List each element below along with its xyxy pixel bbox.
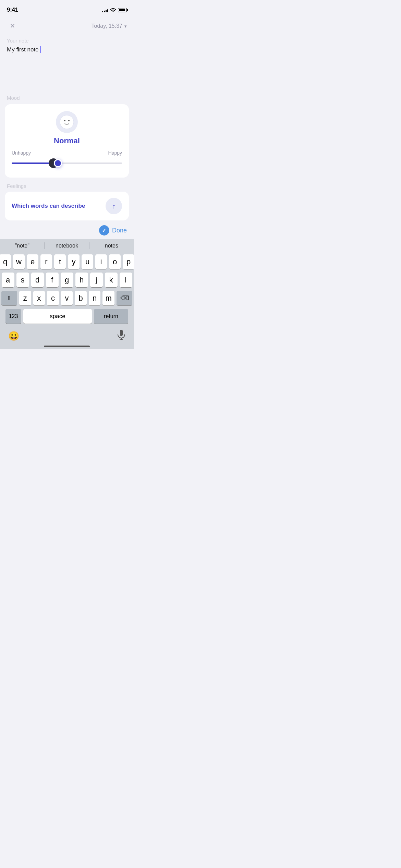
key-row-3: ⇧ z x c v b n m ⌫ bbox=[1, 291, 132, 305]
key-g[interactable]: g bbox=[61, 273, 73, 287]
home-indicator bbox=[0, 343, 134, 349]
keyboard-bottom-bar: 😀 bbox=[0, 327, 134, 343]
mood-slider[interactable] bbox=[12, 157, 122, 169]
key-l[interactable]: l bbox=[120, 273, 132, 287]
emoji-button[interactable]: 😀 bbox=[8, 331, 19, 341]
status-time: 9:41 bbox=[7, 7, 18, 13]
slider-track bbox=[12, 162, 122, 164]
key-j[interactable]: j bbox=[90, 273, 103, 287]
note-section: Your note My first note bbox=[0, 36, 134, 92]
key-y[interactable]: y bbox=[68, 254, 80, 269]
key-row-4: 123 space return bbox=[1, 309, 132, 324]
svg-point-1 bbox=[64, 120, 65, 121]
svg-rect-3 bbox=[120, 330, 123, 336]
svg-point-0 bbox=[60, 115, 74, 129]
key-i[interactable]: i bbox=[95, 254, 107, 269]
predictive-word-1[interactable]: "note" bbox=[0, 243, 44, 249]
key-f[interactable]: f bbox=[46, 273, 59, 287]
key-k[interactable]: k bbox=[105, 273, 118, 287]
note-text: My first note bbox=[7, 46, 39, 53]
status-icons bbox=[102, 8, 127, 13]
feelings-card[interactable]: Which words can describe ↑ bbox=[5, 192, 129, 220]
key-123[interactable]: 123 bbox=[5, 309, 21, 324]
key-h[interactable]: h bbox=[75, 273, 88, 287]
slider-label-happy: Happy bbox=[108, 150, 122, 156]
mood-card: Normal Unhappy Happy bbox=[5, 104, 129, 178]
close-icon: ✕ bbox=[10, 22, 15, 30]
key-shift[interactable]: ⇧ bbox=[1, 291, 17, 305]
key-z[interactable]: z bbox=[19, 291, 31, 305]
key-x[interactable]: x bbox=[33, 291, 45, 305]
key-n[interactable]: n bbox=[89, 291, 101, 305]
done-check-icon: ✓ bbox=[99, 225, 109, 236]
note-label: Your note bbox=[7, 38, 127, 44]
slider-labels: Unhappy Happy bbox=[12, 150, 122, 156]
note-input[interactable]: My first note bbox=[7, 46, 127, 87]
wifi-icon bbox=[110, 8, 116, 13]
close-button[interactable]: ✕ bbox=[7, 21, 18, 32]
keyboard-rows: q w e r t y u i o p a s d f g h j k l ⇧ … bbox=[0, 252, 134, 324]
mood-face-icon bbox=[59, 114, 74, 130]
done-label: Done bbox=[112, 227, 127, 234]
done-row: ✓ Done bbox=[0, 220, 134, 239]
key-m[interactable]: m bbox=[102, 291, 114, 305]
svg-point-2 bbox=[68, 120, 70, 121]
signal-icon bbox=[102, 8, 108, 12]
key-return[interactable]: return bbox=[94, 309, 128, 324]
feelings-prompt: Which words can describe bbox=[12, 203, 85, 209]
predictive-bar: "note" notebook notes bbox=[0, 239, 134, 252]
keyboard: "note" notebook notes q w e r t y u i o … bbox=[0, 239, 134, 349]
key-u[interactable]: u bbox=[82, 254, 93, 269]
mood-face bbox=[56, 111, 78, 133]
key-q[interactable]: q bbox=[0, 254, 11, 269]
key-d[interactable]: d bbox=[31, 273, 44, 287]
predictive-word-2[interactable]: notebook bbox=[45, 243, 89, 249]
feelings-add-icon[interactable]: ↑ bbox=[106, 198, 122, 214]
text-cursor bbox=[40, 46, 41, 53]
feelings-label: Feelings bbox=[0, 178, 134, 192]
key-w[interactable]: w bbox=[13, 254, 25, 269]
done-button[interactable]: ✓ Done bbox=[99, 225, 127, 236]
key-space[interactable]: space bbox=[23, 309, 92, 324]
mood-label: Mood bbox=[0, 92, 134, 104]
slider-thumb-blue bbox=[54, 159, 62, 167]
chevron-down-icon: ▾ bbox=[124, 24, 127, 29]
key-row-1: q w e r t y u i o p bbox=[1, 254, 132, 269]
key-delete[interactable]: ⌫ bbox=[117, 291, 132, 305]
key-p[interactable]: p bbox=[123, 254, 134, 269]
key-s[interactable]: s bbox=[16, 273, 29, 287]
battery-icon bbox=[118, 8, 127, 12]
note-header: ✕ Today, 15:37 ▾ bbox=[0, 17, 134, 36]
slider-label-unhappy: Unhappy bbox=[12, 150, 31, 156]
key-t[interactable]: t bbox=[54, 254, 66, 269]
key-v[interactable]: v bbox=[61, 291, 73, 305]
home-bar bbox=[44, 346, 90, 347]
key-b[interactable]: b bbox=[75, 291, 87, 305]
key-o[interactable]: o bbox=[109, 254, 121, 269]
key-row-2: a s d f g h j k l bbox=[1, 273, 132, 287]
status-bar: 9:41 bbox=[0, 0, 134, 17]
key-a[interactable]: a bbox=[2, 273, 14, 287]
microphone-button[interactable] bbox=[117, 330, 125, 342]
predictive-word-3[interactable]: notes bbox=[89, 243, 134, 249]
date-label: Today, 15:37 bbox=[92, 23, 122, 29]
key-c[interactable]: c bbox=[47, 291, 59, 305]
date-button[interactable]: Today, 15:37 ▾ bbox=[92, 23, 127, 29]
mood-title: Normal bbox=[54, 136, 80, 145]
key-r[interactable]: r bbox=[40, 254, 52, 269]
key-e[interactable]: e bbox=[27, 254, 38, 269]
